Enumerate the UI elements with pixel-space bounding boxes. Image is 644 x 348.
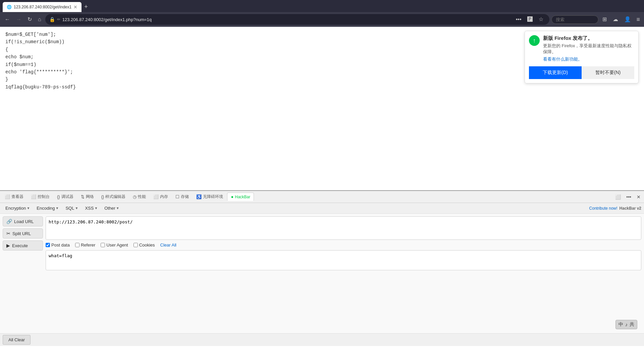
tab-close-btn[interactable]: ✕ [73, 5, 77, 9]
clear-all-button[interactable]: Clear All [160, 242, 176, 248]
bookmarks-library-button[interactable]: ⊞ [600, 15, 609, 23]
tab-title: 123.206.87.240:8002/get/index1 [14, 5, 71, 9]
hackbar-body: 🔗 Load URL ✂ Split URL ▶ Execute http://… [0, 214, 644, 333]
network-tab-label: 网络 [86, 194, 94, 200]
hackbar-left-buttons: 🔗 Load URL ✂ Split URL ▶ Execute [3, 216, 43, 331]
forward-button[interactable]: → [14, 15, 23, 23]
all-clear-button[interactable]: All Clear [3, 335, 31, 345]
execute-icon: ▶ [6, 243, 10, 248]
hackbar-menu-xss[interactable]: XSS ▼ [82, 204, 100, 212]
url-input[interactable] [62, 17, 512, 22]
security-icon: 🔒 [49, 17, 55, 22]
more-options-button[interactable]: ••• [514, 15, 524, 23]
devtools-split-button[interactable]: ⬜ [613, 193, 623, 201]
hackbar-bottom-bar: All Clear [0, 333, 644, 346]
hackbar-contribute-area: Contribute now! HackBar v2 [589, 206, 641, 211]
network-icon: ⇅ [81, 194, 85, 199]
sql-arrow-icon: ▼ [75, 206, 78, 210]
hackbar-menu-other[interactable]: Other ▼ [102, 204, 122, 212]
devtools-tab-storage[interactable]: ☐ 存储 [172, 193, 192, 201]
cookies-checkbox-label[interactable]: Cookies [133, 242, 155, 248]
devtools-tab-network[interactable]: ⇅ 网络 [77, 193, 97, 201]
styles-icon: {} [101, 194, 104, 199]
pocket-button[interactable]: 🅿 [525, 15, 535, 23]
active-tab[interactable]: 🌐 123.206.87.240:8002/get/index1 ✕ [3, 2, 82, 12]
performance-icon: ◷ [133, 194, 137, 199]
load-url-button[interactable]: 🔗 Load URL [3, 216, 43, 226]
split-url-icon: ✂ [6, 231, 10, 236]
page-content-area: $num=$_GET['num']; if(!is_numeric($num))… [0, 27, 644, 190]
user-agent-checkbox[interactable] [101, 243, 105, 247]
hackbar-dot-icon: ● [231, 194, 233, 199]
post-data-checkbox[interactable] [46, 243, 50, 247]
split-url-button[interactable]: ✂ Split URL [3, 228, 43, 238]
hackbar-menu-encryption[interactable]: Encryption ▼ [3, 204, 33, 212]
new-tab-button[interactable]: + [82, 4, 91, 10]
devtools-tab-memory[interactable]: ⬜ 内存 [150, 193, 171, 201]
devtools-tab-performance[interactable]: ◷ 性能 [129, 193, 149, 201]
user-agent-checkbox-label[interactable]: User Agent [101, 242, 128, 248]
referer-checkbox[interactable] [75, 243, 79, 247]
address-bar[interactable]: 🔒 ✏ ••• 🅿 ☆ [45, 14, 550, 25]
split-url-label: Split URL [12, 231, 31, 236]
devtools-tab-console[interactable]: ⬜ 控制台 [28, 193, 53, 201]
update-notification: ↑ 新版 Firefox 发布了。 更新您的 Firefox，享受最新速度性能与… [525, 31, 639, 83]
devtools-more-button[interactable]: ••• [624, 193, 633, 201]
cookies-label: Cookies [139, 242, 155, 248]
account-button[interactable]: 👤 [622, 15, 633, 23]
chinese-char-2: ♪ [625, 322, 628, 327]
devtools-tab-hackbar[interactable]: ● HackBar [227, 193, 254, 201]
post-data-textarea[interactable]: what=flag [46, 250, 641, 270]
hackbar-menu-sql[interactable]: SQL ▼ [63, 204, 81, 212]
chinese-char-3: 共 [630, 322, 634, 328]
update-title: 新版 Firefox 发布了。 [543, 35, 634, 42]
hackbar-tab-label: HackBar [235, 195, 250, 199]
nav-right-controls: ⊞ ☁ 👤 ≡ [551, 15, 641, 24]
download-update-button[interactable]: 下载更新(D) [529, 66, 582, 79]
accessibility-tab-label: 无障碍环境 [203, 194, 223, 200]
hamburger-menu-button[interactable]: ≡ [635, 15, 641, 24]
back-button[interactable]: ← [3, 15, 12, 23]
devtools-tab-accessibility[interactable]: ♿ 无障碍环境 [193, 193, 226, 201]
update-later-button[interactable]: 暂时不要(N) [582, 66, 634, 79]
bookmark-star-button[interactable]: ☆ [537, 15, 545, 23]
devtools-right-controls: ⬜ ••• ✕ [613, 193, 643, 201]
post-data-checkbox-label[interactable]: Post data [46, 242, 70, 248]
performance-tab-label: 性能 [138, 194, 146, 200]
referer-checkbox-label[interactable]: Referer [75, 242, 95, 248]
cookies-checkbox[interactable] [133, 243, 138, 247]
refresh-button[interactable]: ↻ [25, 15, 34, 23]
other-arrow-icon: ▼ [116, 206, 119, 210]
update-features-link[interactable]: 看看有什么新功能。 [543, 56, 634, 62]
devtools-tab-debugger[interactable]: {} 调试器 [54, 193, 77, 201]
load-url-icon: 🔗 [6, 219, 12, 224]
hackbar-checkboxes-row: Post data Referer User Agent Cookies C [46, 242, 641, 248]
devtools-tab-styles[interactable]: {} 样式编辑器 [98, 193, 129, 201]
encryption-arrow-icon: ▼ [26, 206, 30, 210]
execute-button[interactable]: ▶ Execute [3, 240, 43, 251]
sync-button[interactable]: ☁ [611, 15, 620, 23]
xss-arrow-icon: ▼ [94, 206, 98, 210]
devtools-close-button[interactable]: ✕ [635, 193, 643, 201]
console-icon: ⬜ [31, 194, 36, 199]
console-tab-label: 控制台 [38, 194, 50, 200]
update-arrow-icon: ↑ [529, 35, 540, 46]
memory-icon: ⬜ [153, 194, 159, 199]
devtools-tab-inspector[interactable]: ⬜ 查看器 [1, 193, 27, 201]
hackbar-url-textarea[interactable]: http://123.206.87.240:8002/post/ [46, 216, 641, 240]
update-buttons: 下载更新(D) 暂时不要(N) [529, 66, 634, 79]
search-input[interactable] [551, 15, 598, 24]
home-button[interactable]: ⌂ [36, 15, 43, 23]
tab-favicon: 🌐 [7, 5, 12, 9]
encoding-label: Encoding [37, 206, 55, 211]
contribute-link[interactable]: Contribute now! [589, 206, 618, 211]
update-text-area: 新版 Firefox 发布了。 更新您的 Firefox，享受最新速度性能与隐私… [543, 35, 634, 62]
encryption-label: Encryption [5, 206, 26, 211]
debugger-tab-label: 调试器 [61, 194, 73, 200]
chinese-char-1: 中 [619, 322, 623, 328]
chinese-input-widget[interactable]: 中 ♪ 共 [615, 320, 637, 329]
hackbar-panel: Encryption ▼ Encoding ▼ SQL ▼ XSS ▼ Othe… [0, 203, 644, 346]
hackbar-menu-encoding[interactable]: Encoding ▼ [34, 204, 61, 212]
post-data-label: Post data [51, 242, 70, 248]
inspector-tab-label: 查看器 [11, 194, 23, 200]
